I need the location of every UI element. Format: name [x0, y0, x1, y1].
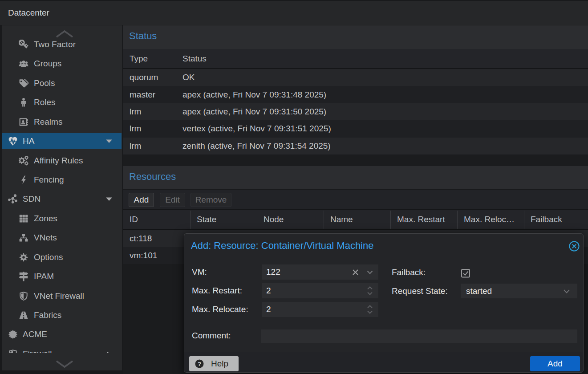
svg-text:?: ?	[198, 361, 201, 367]
